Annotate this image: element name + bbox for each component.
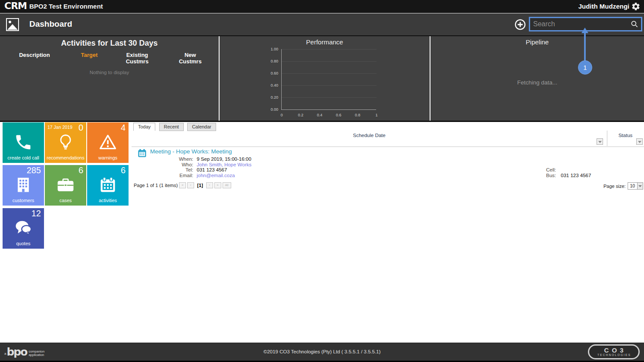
tile-quotes[interactable]: 12 quotes <box>3 208 44 249</box>
column-header-status[interactable]: Status <box>607 133 644 138</box>
pipeline-status-text: Fetching data... <box>430 79 644 86</box>
add-plus-icon[interactable] <box>514 19 526 31</box>
pager-next-button[interactable]: › <box>206 182 213 188</box>
tile-warnings[interactable]: 4 warnings <box>87 122 129 163</box>
tile-customers[interactable]: 285 customers <box>3 165 44 206</box>
y-tick: 0.60 <box>264 71 278 75</box>
tile-label: create cold call <box>3 155 44 160</box>
tile-label: recommendations <box>45 155 86 160</box>
x-tick: 0.6 <box>333 113 344 117</box>
y-tick: 0.80 <box>264 59 278 63</box>
meeting-title-link[interactable]: Meeting - Hope Works: Meeting <box>150 148 232 155</box>
warning-triangle-icon <box>98 133 117 152</box>
callout-step-number: 1 <box>583 64 587 71</box>
search-icon[interactable] <box>630 20 639 28</box>
performance-panel: Performance 1.00 0.80 0.60 0.40 0.20 0.0… <box>220 36 430 121</box>
callout-arrow-line <box>584 33 586 61</box>
meeting-details: When:9 Sep 2019, 15:00-16:00 Who:John Sm… <box>134 156 251 178</box>
tile-count: 6 <box>121 165 126 175</box>
tile-label: warnings <box>87 155 129 160</box>
dashboard-panels: Activities for Last 30 Days Description … <box>0 36 644 121</box>
pager-current-page: [1] <box>197 183 203 188</box>
pager-last-button[interactable]: » <box>214 182 221 188</box>
schedule-grid-header: Schedule Date Status <box>132 130 644 147</box>
x-tick: 0.8 <box>352 113 363 117</box>
copyright-text: ©2019 CO3 Technologies (Pty) Ltd ( 3.5.5… <box>0 349 644 354</box>
when-value: 9 Sep 2019, 15:00-16:00 <box>197 156 251 162</box>
y-tick: 0.20 <box>264 95 278 100</box>
performance-chart-plot <box>281 49 376 110</box>
tile-create-cold-call[interactable]: create cold call <box>3 122 44 163</box>
tile-label: customers <box>3 198 44 203</box>
phone-icon <box>14 133 33 152</box>
activities-panel: Activities for Last 30 Days Description … <box>0 36 219 121</box>
pager-first-button[interactable]: « <box>179 182 186 188</box>
environment-title: BPO2 Test Environment <box>29 3 103 10</box>
briefcase-icon <box>56 175 75 194</box>
tile-activities[interactable]: 6 activities <box>87 165 129 206</box>
activities-panel-title: Activities for Last 30 Days <box>0 39 219 48</box>
top-bar: CRM BPO2 Test Environment Judith Mudzeng… <box>0 0 644 13</box>
pipeline-panel-title: Pipeline <box>430 38 644 46</box>
chevron-down-icon <box>638 141 641 143</box>
schedule-date-filter-button[interactable] <box>597 138 603 145</box>
tel-label: Tel: <box>134 167 193 173</box>
tab-recent[interactable]: Recent <box>159 123 184 131</box>
page-size-value: 10 <box>628 183 637 189</box>
tile-cases[interactable]: 6 cases <box>45 165 86 206</box>
page-size-select[interactable]: 10 <box>628 182 643 190</box>
bus-label: Bus: <box>546 173 558 178</box>
pager-summary: Page 1 of 1 (1 items) <box>134 183 178 188</box>
when-label: When: <box>134 156 193 162</box>
tab-calendar[interactable]: Calendar <box>187 123 216 131</box>
email-value-link[interactable]: john@email.coza <box>197 173 235 178</box>
tile-count: 12 <box>31 209 41 218</box>
app-bar: Dashboard <box>0 13 644 36</box>
page-title: Dashboard <box>29 19 72 29</box>
building-icon <box>14 175 33 194</box>
email-label: Email: <box>134 173 193 178</box>
schedule-tabs: Today Recent Calendar <box>133 122 218 131</box>
x-tick: 0.2 <box>295 113 306 117</box>
calendar-icon <box>98 175 117 194</box>
tile-recommendations[interactable]: 17 Jan 2019 0 recommendations <box>45 122 86 163</box>
chevron-down-icon <box>598 141 602 143</box>
pipeline-panel: Pipeline Fetching data... <box>430 36 644 121</box>
who-value-link[interactable]: John Smith, Hope Works <box>197 162 251 168</box>
meeting-contact-numbers: Cell: Bus:031 123 4567 <box>546 167 591 178</box>
column-header-schedule-date[interactable]: Schedule Date <box>132 133 607 138</box>
activities-empty-text: Nothing to display <box>0 70 219 75</box>
tile-count: 0 <box>79 123 83 133</box>
pager: Page 1 of 1 (1 items) « ‹ [1] › » All <box>134 182 231 188</box>
tile-label: cases <box>45 198 86 203</box>
column-description: Description <box>15 52 54 58</box>
tile-label: quotes <box>3 241 44 246</box>
x-tick: 0.4 <box>314 113 325 117</box>
y-tick: 0.00 <box>264 107 278 112</box>
pager-all-button[interactable]: All <box>223 182 231 188</box>
column-existing-custmrs: Existing Custmrs <box>122 52 152 65</box>
lightbulb-icon <box>56 133 75 152</box>
search-input[interactable] <box>530 18 630 30</box>
pager-prev-button[interactable]: ‹ <box>187 182 194 188</box>
tile-label: activities <box>87 198 129 203</box>
tile-count: 6 <box>79 165 83 175</box>
y-tick: 0.40 <box>264 83 278 87</box>
co3-logo-text: CO3 <box>601 347 627 353</box>
who-label: Who: <box>134 162 193 168</box>
cell-label: Cell: <box>546 167 558 173</box>
tab-today[interactable]: Today <box>133 123 155 131</box>
page-size-label: Page size: <box>603 184 625 189</box>
tel-value: 031 123 4567 <box>197 167 227 173</box>
tile-date: 17 Jan 2019 <box>47 125 72 130</box>
user-name[interactable]: Judith Mudzengi <box>578 3 629 10</box>
chat-bubbles-icon <box>14 218 33 237</box>
settings-gear-icon[interactable] <box>631 2 641 11</box>
column-new-custmrs: New Custmrs <box>175 52 205 65</box>
co3-technologies-logo: CO3 TECHNOLOGIES <box>588 344 640 359</box>
status-filter-button[interactable] <box>636 138 643 145</box>
x-tick: 0 <box>276 113 287 117</box>
tile-count: 285 <box>27 165 41 175</box>
chevron-down-icon[interactable] <box>637 183 643 189</box>
crm-dashboard-screen: CRM BPO2 Test Environment Judith Mudzeng… <box>0 0 644 362</box>
